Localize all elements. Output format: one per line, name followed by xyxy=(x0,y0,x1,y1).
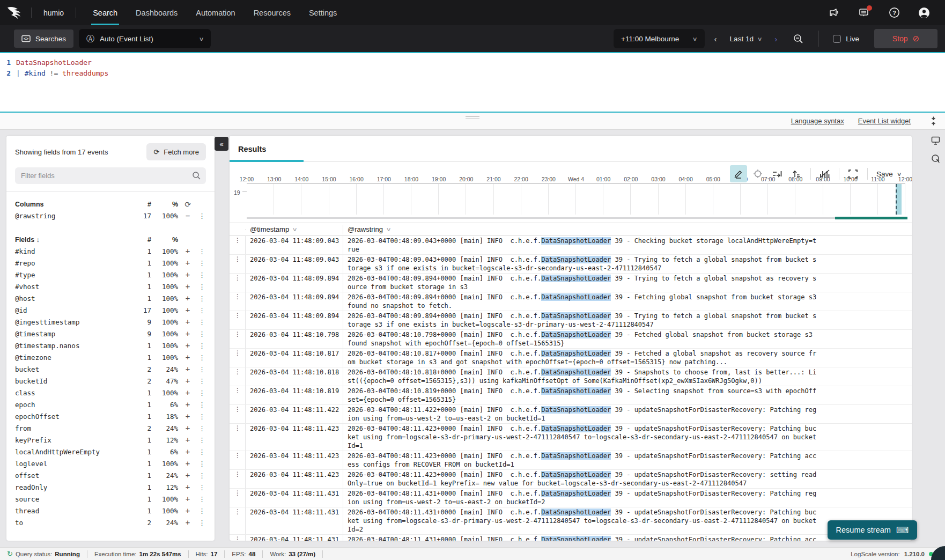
field-menu-button[interactable]: ⋮ xyxy=(197,412,206,421)
field-row[interactable]: from224%+⋮ xyxy=(15,422,206,434)
event-menu-button[interactable]: ⋮ xyxy=(230,451,246,469)
live-checkbox[interactable] xyxy=(833,35,841,43)
field-row[interactable]: source1100%+⋮ xyxy=(15,493,206,505)
timeline-hour-cell[interactable] xyxy=(823,184,851,215)
field-menu-button[interactable]: ⋮ xyxy=(197,495,206,503)
add-field-button[interactable]: + xyxy=(178,306,197,314)
timeline-hour-cell[interactable] xyxy=(411,184,439,215)
add-field-button[interactable]: + xyxy=(178,518,197,527)
crowdstrike-falcon-logo[interactable] xyxy=(0,0,31,25)
field-row[interactable]: localAndHttpWereEmpty16%+⋮ xyxy=(15,446,206,458)
field-menu-button[interactable]: ⋮ xyxy=(197,389,206,397)
splitter-handle[interactable] xyxy=(466,115,479,121)
event-row[interactable]: ⋮2026-03-04 11:48:10.8192026-03-04T00:48… xyxy=(230,386,912,405)
event-menu-button[interactable]: ⋮ xyxy=(230,470,246,488)
add-field-button[interactable]: + xyxy=(178,483,197,491)
query-editor[interactable]: 1 DataSnapshotLoader 2 | #kind != thread… xyxy=(0,52,945,113)
field-menu-button[interactable]: ⋮ xyxy=(197,401,206,409)
field-row[interactable]: bucket224%+⋮ xyxy=(15,363,206,375)
field-menu-button[interactable]: ⋮ xyxy=(197,353,206,362)
event-row[interactable]: ⋮2026-03-04 11:48:10.8182026-03-04T00:48… xyxy=(230,367,912,386)
field-row[interactable]: keyPrefix112%+⋮ xyxy=(15,434,206,446)
add-field-button[interactable]: + xyxy=(178,365,197,373)
field-menu-button[interactable]: ⋮ xyxy=(197,519,206,527)
nav-tab-resources[interactable]: Resources xyxy=(245,0,300,25)
save-dropdown[interactable]: Save ∨ xyxy=(873,170,904,178)
event-menu-button[interactable]: ⋮ xyxy=(230,489,246,507)
field-menu-button[interactable]: ⋮ xyxy=(197,294,206,303)
time-back-button[interactable]: ‹ xyxy=(708,34,723,43)
nav-tab-dashboards[interactable]: Dashboards xyxy=(127,0,187,25)
event-menu-button[interactable]: ⋮ xyxy=(230,507,246,534)
timeline-plot[interactable]: 19 xyxy=(247,183,905,215)
field-row[interactable]: bucketId247%+⋮ xyxy=(15,375,206,387)
add-field-button[interactable]: + xyxy=(178,388,197,397)
brush-track[interactable] xyxy=(247,217,905,219)
histogram-bar[interactable] xyxy=(896,184,902,215)
tab-results[interactable]: Results xyxy=(230,136,275,162)
timeline-hour-cell[interactable] xyxy=(439,184,466,215)
event-row[interactable]: ⋮2026-03-04 11:48:09.8942026-03-04T00:48… xyxy=(230,292,912,311)
event-menu-button[interactable]: ⋮ xyxy=(230,311,246,329)
add-field-button[interactable]: + xyxy=(178,459,197,468)
add-field-button[interactable]: + xyxy=(178,495,197,503)
timeline-hour-cell[interactable] xyxy=(686,184,713,215)
add-field-button[interactable]: + xyxy=(178,270,197,279)
timeline-hour-cell[interactable] xyxy=(741,184,768,215)
brush-selected-range[interactable] xyxy=(835,217,907,219)
event-menu-button[interactable]: ⋮ xyxy=(230,535,246,541)
timeline-hour-cell[interactable] xyxy=(659,184,686,215)
field-menu-button[interactable]: ⋮ xyxy=(197,318,206,326)
click-target-icon[interactable] xyxy=(931,154,940,163)
add-field-button[interactable]: + xyxy=(178,318,197,326)
time-forward-button[interactable]: › xyxy=(768,34,784,43)
field-menu-button[interactable]: ⋮ xyxy=(197,342,206,350)
event-menu-button[interactable]: ⋮ xyxy=(230,424,246,451)
add-field-button[interactable]: + xyxy=(178,377,197,385)
field-row[interactable]: #kind1100%+⋮ xyxy=(15,245,206,257)
collapse-vertical-icon[interactable] xyxy=(929,116,937,126)
field-menu-button[interactable]: ⋮ xyxy=(197,259,206,267)
filter-fields-input[interactable] xyxy=(15,167,206,184)
event-list-widget-link[interactable]: Event List widget xyxy=(858,117,911,125)
timeline-hour-cell[interactable] xyxy=(603,184,631,215)
remove-column-button[interactable]: − xyxy=(178,211,197,220)
event-menu-button[interactable]: ⋮ xyxy=(230,405,246,423)
annotate-pencil-button[interactable] xyxy=(730,165,747,182)
field-menu-button[interactable]: ⋮ xyxy=(197,507,206,515)
resume-stream-button[interactable]: Resume stream ⌨ xyxy=(828,520,917,540)
timeline-hour-cell[interactable] xyxy=(713,184,741,215)
add-field-button[interactable]: + xyxy=(178,506,197,515)
view-selector-dropdown[interactable]: Ⓐ Auto (Event List) ∨ xyxy=(79,29,211,48)
field-menu-button[interactable]: ⋮ xyxy=(197,460,206,468)
fullscreen-button[interactable] xyxy=(845,165,862,182)
event-row[interactable]: ⋮2026-03-04 11:48:11.4232026-03-04T00:48… xyxy=(230,470,912,489)
account-avatar[interactable] xyxy=(918,7,930,19)
field-menu-button[interactable]: ⋮ xyxy=(197,448,206,456)
repo-name[interactable]: humio xyxy=(32,0,76,25)
event-row[interactable]: ⋮2026-03-04 11:48:09.0432026-03-04T00:48… xyxy=(230,255,912,274)
live-toggle[interactable]: Live xyxy=(828,35,865,43)
add-field-button[interactable]: + xyxy=(178,282,197,291)
notifications-icon[interactable] xyxy=(858,7,870,19)
add-field-button[interactable]: + xyxy=(178,436,197,444)
timeline-hour-cell[interactable] xyxy=(851,184,878,215)
field-menu-button[interactable]: ⋮ xyxy=(197,377,206,385)
add-field-button[interactable]: + xyxy=(178,341,197,350)
event-row[interactable]: ⋮2026-03-04 11:48:09.8942026-03-04T00:48… xyxy=(230,311,912,330)
timeline-hour-cell[interactable] xyxy=(466,184,493,215)
display-icon[interactable] xyxy=(931,136,940,145)
field-menu-button[interactable]: ⋮ xyxy=(197,271,206,279)
timeline-hour-cell[interactable] xyxy=(768,184,795,215)
field-row[interactable]: @host1100%+⋮ xyxy=(15,292,206,304)
add-field-button[interactable]: + xyxy=(178,412,197,421)
field-row[interactable]: to224%+⋮ xyxy=(15,517,206,528)
field-menu-button[interactable]: ⋮ xyxy=(197,330,206,338)
time-range-dropdown[interactable]: Last 1d ∨ xyxy=(727,35,765,43)
field-menu-button[interactable]: ⋮ xyxy=(197,283,206,291)
event-menu-button[interactable]: ⋮ xyxy=(230,274,246,292)
timeline-hour-cell[interactable] xyxy=(631,184,658,215)
add-field-button[interactable]: + xyxy=(178,471,197,480)
field-row[interactable]: @rawstring17100%−⋮ xyxy=(15,210,206,222)
event-menu-button[interactable]: ⋮ xyxy=(230,330,246,348)
